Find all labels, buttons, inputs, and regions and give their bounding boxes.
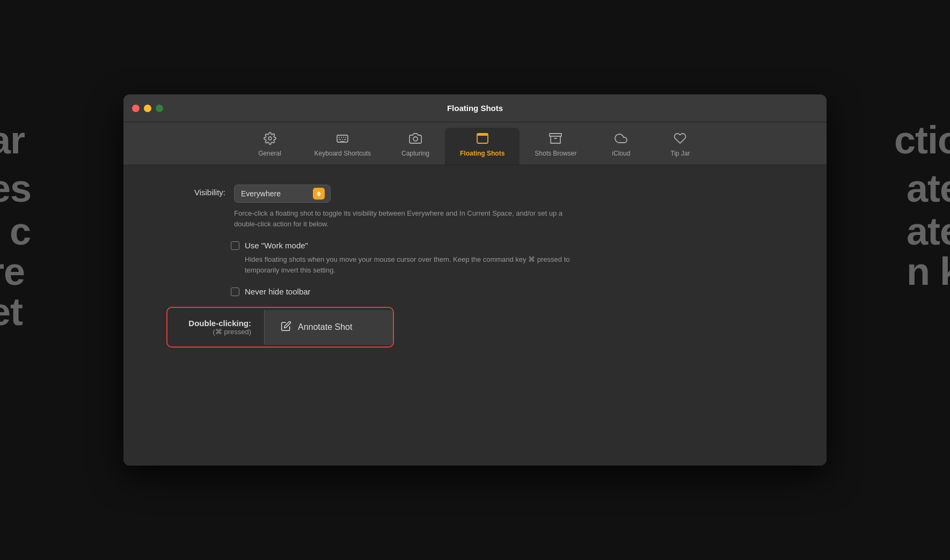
main-window: Floating Shots General xyxy=(123,94,827,466)
double-click-box: Double-clicking: (⌘ pressed) Annotate Sh… xyxy=(166,307,394,348)
traffic-lights xyxy=(132,105,163,112)
floating-shots-icon xyxy=(476,132,489,147)
tab-capturing[interactable]: Capturing xyxy=(386,128,445,165)
tab-shots-browser-label: Shots Browser xyxy=(535,150,576,157)
tray-icon xyxy=(549,132,562,147)
tab-keyboard-shortcuts-label: Keyboard Shortcuts xyxy=(315,150,371,157)
keyboard-icon xyxy=(336,132,349,147)
visibility-value: Everywhere xyxy=(241,189,309,198)
visibility-hint: Force-click a floating shot to toggle it… xyxy=(234,208,567,229)
titlebar: Floating Shots xyxy=(123,94,827,122)
double-click-container: Double-clicking: (⌘ pressed) Annotate Sh… xyxy=(166,307,784,348)
tab-icloud[interactable]: iCloud xyxy=(591,128,651,165)
tab-capturing-label: Capturing xyxy=(401,150,429,157)
bg-text-right-1: ctio xyxy=(894,118,950,162)
tab-keyboard-shortcuts[interactable]: Keyboard Shortcuts xyxy=(299,128,386,165)
never-hide-label: Never hide toolbar xyxy=(245,287,311,296)
svg-point-0 xyxy=(268,137,272,140)
camera-icon xyxy=(409,132,422,147)
double-click-left-panel: Double-clicking: (⌘ pressed) xyxy=(167,308,264,347)
work-mode-row: Use "Work mode" xyxy=(231,241,784,250)
double-click-action-selector[interactable]: Annotate Shot xyxy=(264,310,393,345)
bg-text-left-3: , c xyxy=(0,209,31,253)
bg-text-left-5: et xyxy=(0,290,23,334)
annotate-label: Annotate Shot xyxy=(298,322,352,332)
work-mode-checkbox[interactable] xyxy=(231,241,239,250)
visibility-label: Visibility: xyxy=(166,185,225,197)
tab-floating-shots-label: Floating Shots xyxy=(460,150,505,157)
work-mode-hint: Hides floating shots when you move your … xyxy=(245,254,578,275)
never-hide-checkbox[interactable] xyxy=(231,288,239,296)
tab-floating-shots[interactable]: Floating Shots xyxy=(445,128,520,165)
visibility-dropdown[interactable]: Everywhere xyxy=(234,185,331,203)
work-mode-label: Use "Work mode" xyxy=(245,241,308,250)
maximize-button[interactable] xyxy=(156,105,163,112)
heart-icon xyxy=(674,132,686,147)
tab-general-label: General xyxy=(258,150,281,157)
svg-point-12 xyxy=(413,137,418,141)
tab-tip-jar[interactable]: Tip Jar xyxy=(651,128,710,165)
tab-tip-jar-label: Tip Jar xyxy=(670,150,690,157)
cloud-icon xyxy=(615,132,627,147)
visibility-row: Visibility: Everywhere xyxy=(166,185,784,203)
annotate-icon xyxy=(281,321,291,334)
bg-text-left-4: re xyxy=(0,249,25,293)
tab-icloud-label: iCloud xyxy=(612,150,630,157)
bg-text-left-1: ar xyxy=(0,118,25,162)
toolbar: General Keyboard Shortcut xyxy=(123,122,827,165)
bg-text-right-3: ate xyxy=(907,209,950,253)
window-title: Floating Shots xyxy=(447,104,503,113)
dropdown-arrow-icon xyxy=(313,188,325,200)
content-area: Visibility: Everywhere Force-click a flo… xyxy=(123,165,827,466)
bg-text-left-2: es xyxy=(0,166,31,210)
svg-rect-14 xyxy=(477,134,488,136)
never-hide-row: Never hide toolbar xyxy=(231,287,784,296)
double-click-label: Double-clicking: xyxy=(180,319,251,328)
double-click-sub-label: (⌘ pressed) xyxy=(180,328,251,336)
minimize-button[interactable] xyxy=(144,105,151,112)
bg-text-right-4: n k xyxy=(907,249,950,293)
bg-text-right-2: ate xyxy=(907,166,950,210)
tab-general[interactable]: General xyxy=(240,128,299,165)
svg-rect-15 xyxy=(550,134,561,136)
tab-shots-browser[interactable]: Shots Browser xyxy=(520,128,591,165)
gear-icon xyxy=(264,132,276,147)
close-button[interactable] xyxy=(132,105,140,112)
